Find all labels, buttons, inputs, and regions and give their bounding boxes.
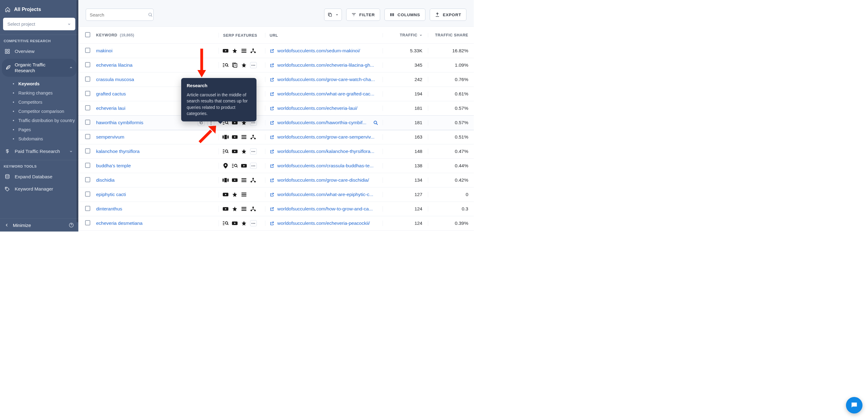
keyword-link[interactable]: haworthia cymbiformis	[96, 120, 143, 125]
serp-video-icon[interactable]	[232, 134, 238, 140]
external-link-icon[interactable]	[270, 164, 274, 168]
keyword-link[interactable]: epiphytic cacti	[96, 192, 126, 197]
serp-more-icon[interactable]: •••	[250, 148, 257, 155]
keyword-link[interactable]: makinoi	[96, 48, 112, 54]
row-checkbox[interactable]	[85, 48, 90, 53]
url-link[interactable]: worldofsucculents.com/echeveria-peacocki…	[277, 221, 378, 226]
search-box[interactable]	[86, 8, 154, 21]
url-link[interactable]: worldofsucculents.com/echeveria-lilacina…	[277, 62, 378, 68]
serp-more-icon[interactable]: •••	[250, 163, 257, 169]
external-link-icon[interactable]	[270, 63, 274, 68]
serp-research-icon[interactable]	[222, 220, 229, 226]
row-checkbox[interactable]	[85, 163, 90, 168]
external-link-icon[interactable]	[270, 135, 274, 139]
keyword-link[interactable]: crassula muscosa	[96, 77, 134, 82]
serp-list-icon[interactable]	[241, 206, 247, 212]
nav-expand-database[interactable]: Expand Database	[0, 171, 79, 183]
row-checkbox[interactable]	[85, 91, 90, 96]
serp-star-icon[interactable]	[241, 220, 247, 226]
keyword-link[interactable]: dinteranthus	[96, 206, 122, 212]
keyword-link[interactable]: echeveria lilacina	[96, 62, 132, 68]
serp-carousel-icon[interactable]	[222, 177, 229, 183]
external-link-icon[interactable]	[270, 77, 274, 82]
external-link-icon[interactable]	[270, 178, 274, 183]
serp-faq-icon[interactable]: ?	[232, 62, 238, 68]
serp-sitelinks-icon[interactable]	[250, 177, 256, 183]
th-traffic[interactable]: TRAFFIC	[400, 33, 417, 37]
serp-star-icon[interactable]	[232, 191, 238, 198]
nav-keyword-manager[interactable]: Keyword Manager	[0, 183, 79, 195]
url-link[interactable]: worldofsucculents.com/grow-care-sempervi…	[277, 134, 378, 140]
row-checkbox[interactable]	[85, 206, 90, 211]
keyword-link[interactable]: buddha's temple	[96, 163, 131, 168]
sidebar-sub-item[interactable]: Pages	[8, 125, 79, 134]
row-checkbox[interactable]	[85, 148, 90, 154]
row-checkbox[interactable]	[85, 76, 90, 82]
serp-more-icon[interactable]: •••	[250, 220, 257, 226]
keyword-link[interactable]: grafted cactus	[96, 91, 126, 97]
url-link[interactable]: worldofsucculents.com/what-are-epiphytic…	[277, 192, 378, 197]
external-link-icon[interactable]	[270, 221, 274, 226]
url-link[interactable]: worldofsucculents.com/grow-care-watch-ch…	[277, 77, 378, 82]
url-link[interactable]: worldofsucculents.com/how-to-grow-and-ca…	[277, 206, 378, 212]
row-checkbox[interactable]	[85, 134, 90, 139]
url-link[interactable]: worldofsucculents.com/kalanchoe-thyrsifl…	[277, 149, 378, 154]
sidebar-sub-item[interactable]: Traffic distribution by country	[8, 116, 79, 125]
keyword-link[interactable]: echeveria laui	[96, 105, 125, 111]
row-checkbox[interactable]	[85, 120, 90, 125]
url-link[interactable]: worldofsucculents.com/what-are-grafted-c…	[277, 91, 378, 97]
url-link[interactable]: worldofsucculents.com/haworthia-cymbif..…	[277, 120, 370, 125]
copy-dropdown-button[interactable]	[324, 8, 342, 21]
row-checkbox[interactable]	[85, 177, 90, 182]
nav-overview[interactable]: Overview	[0, 45, 79, 58]
th-traffic-share[interactable]: TRAFFIC SHARE	[435, 33, 469, 37]
url-link[interactable]: worldofsucculents.com/sedum-makinoi/	[277, 48, 378, 54]
url-link[interactable]: worldofsucculents.com/grow-care-dischidi…	[277, 178, 378, 183]
th-keyword[interactable]: KEYWORD	[96, 33, 117, 37]
help-icon[interactable]	[68, 222, 74, 228]
serp-star-icon[interactable]	[241, 148, 247, 155]
external-link-icon[interactable]	[270, 92, 274, 96]
serp-video-icon[interactable]	[232, 148, 238, 155]
serp-more-icon[interactable]: •••	[250, 62, 257, 68]
external-link-icon[interactable]	[270, 192, 274, 197]
serp-list-icon[interactable]	[241, 48, 247, 54]
serp-research-icon[interactable]	[232, 163, 238, 169]
serp-sitelinks-icon[interactable]	[250, 206, 256, 212]
external-link-icon[interactable]	[270, 49, 274, 53]
minimize-button[interactable]: Minimize	[4, 223, 31, 228]
search-input[interactable]	[90, 12, 148, 18]
serp-sitelinks-icon[interactable]	[250, 48, 256, 54]
sidebar-sub-item[interactable]: Keywords	[8, 79, 79, 88]
serp-list-icon[interactable]	[241, 177, 247, 183]
columns-button[interactable]: COLUMNS	[384, 8, 426, 21]
row-checkbox[interactable]	[85, 191, 90, 197]
serp-carousel-icon[interactable]	[222, 134, 229, 140]
external-link-icon[interactable]	[270, 106, 274, 111]
project-select[interactable]: Select project	[3, 18, 75, 30]
serp-video-icon[interactable]	[232, 177, 238, 183]
serp-video-icon[interactable]	[232, 220, 238, 226]
serp-research-icon[interactable]	[222, 62, 229, 68]
export-button[interactable]: EXPORT	[430, 8, 466, 21]
serp-sitelinks-icon[interactable]	[250, 134, 256, 140]
serp-list-icon[interactable]	[241, 191, 247, 198]
serp-video-icon[interactable]	[241, 163, 247, 169]
serp-local-icon[interactable]	[222, 163, 229, 169]
keyword-link[interactable]: kalanchoe thyrsiflora	[96, 149, 140, 154]
serp-star-icon[interactable]	[232, 206, 238, 212]
filter-button[interactable]: FILTER	[346, 8, 380, 21]
serp-star-icon[interactable]	[232, 48, 238, 54]
row-checkbox[interactable]	[85, 105, 90, 110]
nav-organic-traffic-research[interactable]: Organic Traffic Research	[2, 59, 76, 77]
row-checkbox[interactable]	[85, 220, 90, 225]
keyword-link[interactable]: echeveria desmetiana	[96, 221, 143, 226]
serp-research-icon[interactable]	[222, 148, 229, 155]
select-all-checkbox[interactable]	[85, 32, 90, 37]
magnify-url-icon[interactable]	[373, 120, 378, 125]
sidebar-sub-item[interactable]: Competitors	[8, 98, 79, 107]
serp-video-icon[interactable]	[222, 48, 229, 54]
keyword-link[interactable]: sempervivum	[96, 134, 124, 140]
sidebar-sub-item[interactable]: Subdomains	[8, 134, 79, 143]
serp-star-icon[interactable]	[241, 62, 247, 68]
